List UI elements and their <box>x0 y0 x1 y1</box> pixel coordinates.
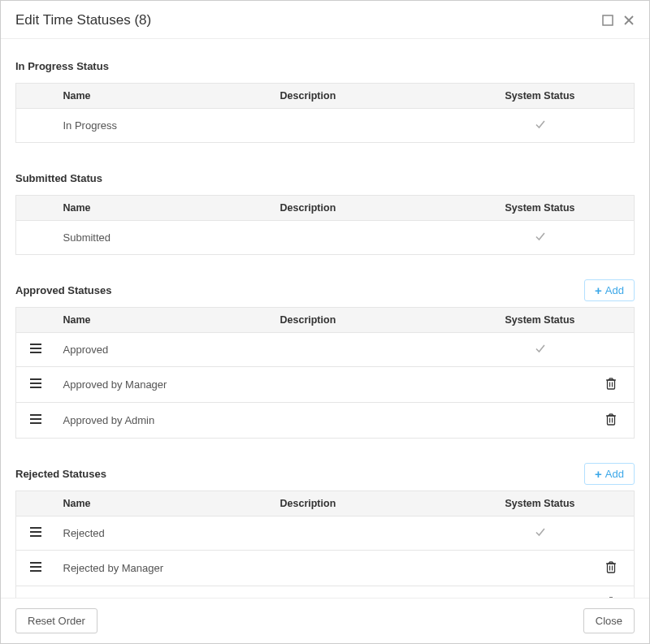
status-description-cell[interactable] <box>272 403 492 439</box>
maximize-icon[interactable] <box>602 15 613 26</box>
col-header-handle <box>16 491 55 516</box>
drag-cell <box>16 403 55 439</box>
status-name-cell[interactable]: Approved by Admin <box>55 403 272 439</box>
status-name-cell[interactable]: Rejected by Admin <box>55 586 272 599</box>
col-header-description: Description <box>272 84 492 109</box>
status-section: Rejected Statuses+AddNameDescriptionSyst… <box>15 461 635 598</box>
add-button-label: Add <box>605 468 624 480</box>
table-row: Rejected <box>16 516 635 551</box>
col-header-actions <box>589 308 635 333</box>
section-header: Approved Statuses+Add <box>15 278 635 302</box>
system-status-cell <box>492 109 589 143</box>
status-description-cell[interactable] <box>272 109 492 143</box>
section-header: In Progress Status <box>15 54 635 78</box>
section-header: Submitted Status <box>15 166 635 190</box>
add-button[interactable]: +Add <box>584 279 635 301</box>
col-header-name: Name <box>55 491 272 516</box>
status-description-cell[interactable] <box>272 516 492 551</box>
col-header-name: Name <box>55 308 272 333</box>
system-status-cell <box>492 516 589 551</box>
dialog-header-actions <box>602 15 635 26</box>
section-title: In Progress Status <box>15 60 109 72</box>
dialog-header: Edit Time Statuses (8) <box>1 1 649 39</box>
status-name-cell[interactable]: Submitted <box>55 221 272 255</box>
table-row: Submitted <box>16 221 635 255</box>
system-status-cell <box>492 403 589 439</box>
table-row: In Progress <box>16 109 635 143</box>
col-header-name: Name <box>55 196 272 221</box>
status-name-cell[interactable]: Approved by Manager <box>55 367 272 403</box>
actions-cell <box>589 333 635 367</box>
actions-cell <box>589 551 635 586</box>
status-description-cell[interactable] <box>272 586 492 599</box>
system-status-cell <box>492 367 589 403</box>
col-header-system-status: System Status <box>492 491 589 516</box>
drag-handle-icon[interactable] <box>29 561 42 573</box>
add-button[interactable]: +Add <box>584 463 635 485</box>
table-row: Approved by Manager <box>16 367 635 403</box>
svg-rect-32 <box>608 564 615 573</box>
status-name-cell[interactable]: Rejected <box>55 516 272 551</box>
table-row: Rejected by Admin <box>16 586 635 599</box>
trash-icon[interactable] <box>605 413 617 426</box>
status-description-cell[interactable] <box>272 221 492 255</box>
status-table: NameDescriptionSystem StatusApprovedAppr… <box>15 307 635 439</box>
drag-handle-icon[interactable] <box>29 378 42 389</box>
close-button[interactable]: Close <box>583 608 635 633</box>
col-header-handle <box>16 196 55 221</box>
actions-cell <box>589 586 635 599</box>
check-icon <box>535 526 546 538</box>
table-row: Approved by Admin <box>16 403 635 439</box>
reset-order-button[interactable]: Reset Order <box>15 608 98 633</box>
col-header-handle <box>16 84 55 109</box>
plus-icon: + <box>595 284 602 296</box>
col-header-system-status: System Status <box>492 308 589 333</box>
col-header-system-status: System Status <box>492 196 589 221</box>
check-icon <box>535 231 546 242</box>
status-section: In Progress StatusNameDescriptionSystem … <box>15 54 635 143</box>
col-header-description: Description <box>272 491 492 516</box>
dialog-body: In Progress StatusNameDescriptionSystem … <box>1 39 649 598</box>
col-header-description: Description <box>272 196 492 221</box>
close-icon[interactable] <box>623 15 635 26</box>
section-title: Submitted Status <box>15 172 102 184</box>
drag-cell <box>16 333 55 367</box>
trash-icon[interactable] <box>605 377 617 390</box>
table-row: Rejected by Manager <box>16 551 635 586</box>
col-header-actions <box>589 491 635 516</box>
drag-handle-icon[interactable] <box>29 343 42 354</box>
col-header-description: Description <box>272 308 492 333</box>
drag-cell <box>16 109 55 143</box>
system-status-cell <box>492 586 589 599</box>
svg-rect-9 <box>608 380 615 389</box>
add-button-label: Add <box>605 284 624 296</box>
col-header-handle <box>16 308 55 333</box>
status-name-cell[interactable]: Approved <box>55 333 272 367</box>
svg-rect-19 <box>608 416 615 425</box>
section-header: Rejected Statuses+Add <box>15 461 635 486</box>
dialog-footer: Reset Order Close <box>1 598 649 643</box>
svg-rect-0 <box>603 15 613 25</box>
status-name-cell[interactable]: Rejected by Manager <box>55 551 272 586</box>
check-icon <box>535 119 546 130</box>
system-status-cell <box>492 221 589 255</box>
system-status-cell <box>492 333 589 367</box>
trash-icon[interactable] <box>605 560 617 573</box>
actions-cell <box>589 516 635 551</box>
drag-cell <box>16 516 55 551</box>
col-header-actions <box>589 196 635 221</box>
status-name-cell[interactable]: In Progress <box>55 109 272 143</box>
dialog-title: Edit Time Statuses (8) <box>15 12 151 28</box>
actions-cell <box>589 109 635 143</box>
status-section: Approved Statuses+AddNameDescriptionSyst… <box>15 278 635 439</box>
status-table: NameDescriptionSystem StatusRejectedReje… <box>15 491 635 598</box>
col-header-system-status: System Status <box>492 84 589 109</box>
system-status-cell <box>492 551 589 586</box>
drag-handle-icon[interactable] <box>29 526 42 538</box>
drag-handle-icon[interactable] <box>29 413 42 425</box>
status-table: NameDescriptionSystem StatusIn Progress <box>15 83 635 143</box>
status-description-cell[interactable] <box>272 551 492 586</box>
status-description-cell[interactable] <box>272 333 492 367</box>
status-description-cell[interactable] <box>272 367 492 403</box>
drag-cell <box>16 586 55 599</box>
